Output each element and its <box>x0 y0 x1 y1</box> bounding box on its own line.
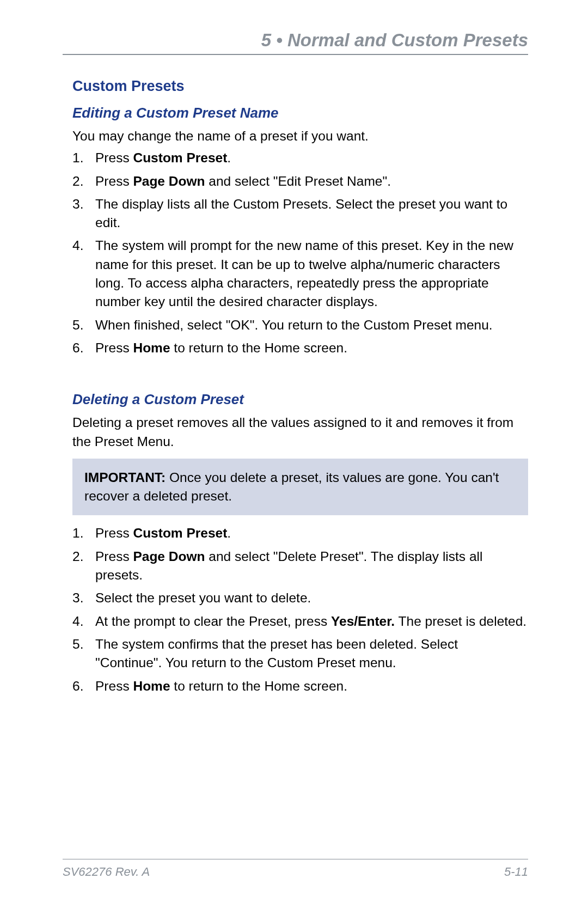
step-text: The preset is deleted. <box>395 614 526 629</box>
step-text: Select the preset you want to delete. <box>95 590 311 605</box>
delete-intro: Deleting a preset removes all the values… <box>72 413 528 451</box>
delete-steps-list: Press Custom Preset. Press Page Down and… <box>72 524 528 695</box>
list-item: Press Page Down and select "Edit Preset … <box>72 172 528 191</box>
subsection-edit-title: Editing a Custom Preset Name <box>72 105 528 121</box>
list-item: Select the preset you want to delete. <box>72 589 528 607</box>
list-item: The system will prompt for the new name … <box>72 236 528 311</box>
step-keyword: Custom Preset <box>133 526 227 540</box>
subsection-delete-title: Deleting a Custom Preset <box>72 391 528 408</box>
list-item: The system confirms that the preset has … <box>72 635 528 673</box>
chapter-header: 5 • Normal and Custom Presets <box>63 30 528 55</box>
list-item: Press Custom Preset. <box>72 149 528 167</box>
page-container: 5 • Normal and Custom Presets Custom Pre… <box>0 0 588 909</box>
step-text: The system will prompt for the new name … <box>95 238 513 309</box>
step-keyword: Home <box>133 340 170 355</box>
list-item: At the prompt to clear the Preset, press… <box>72 612 528 631</box>
step-text: . <box>227 526 231 540</box>
step-text: Press <box>95 150 133 165</box>
step-text: The system confirms that the preset has … <box>95 637 458 670</box>
list-item: Press Home to return to the Home screen. <box>72 677 528 696</box>
list-item: Press Custom Preset. <box>72 524 528 542</box>
step-text: . <box>227 150 231 165</box>
step-text: Press <box>95 549 133 564</box>
list-item: Press Page Down and select "Delete Prese… <box>72 547 528 585</box>
list-item: Press Home to return to the Home screen. <box>72 339 528 357</box>
step-text: Press <box>95 340 133 355</box>
step-text: At the prompt to clear the Preset, press <box>95 614 331 629</box>
step-text: to return to the Home screen. <box>170 340 347 355</box>
step-keyword: Page Down <box>133 549 205 564</box>
step-text: When finished, select "OK". You return t… <box>95 318 493 332</box>
doc-reference: SV62276 Rev. A <box>63 865 150 879</box>
list-item: The display lists all the Custom Presets… <box>72 195 528 233</box>
step-keyword: Page Down <box>133 174 205 188</box>
step-text: Press <box>95 174 133 188</box>
step-keyword: Yes/Enter. <box>331 614 395 629</box>
step-keyword: Home <box>133 679 170 693</box>
step-keyword: Custom Preset <box>133 150 227 165</box>
step-text: Press <box>95 526 133 540</box>
section-title: Custom Presets <box>72 78 528 95</box>
step-text: The display lists all the Custom Presets… <box>95 197 507 230</box>
notice-label: IMPORTANT: <box>84 470 166 485</box>
list-item: When finished, select "OK". You return t… <box>72 316 528 334</box>
edit-steps-list: Press Custom Preset. Press Page Down and… <box>72 149 528 357</box>
page-footer: SV62276 Rev. A 5-11 <box>63 859 528 879</box>
important-notice: IMPORTANT: Once you delete a preset, its… <box>72 459 528 516</box>
page-number: 5-11 <box>504 865 528 879</box>
step-text: Press <box>95 679 133 693</box>
step-text: and select "Edit Preset Name". <box>205 174 391 188</box>
step-text: to return to the Home screen. <box>170 679 347 693</box>
edit-intro: You may change the name of a preset if y… <box>72 127 528 145</box>
